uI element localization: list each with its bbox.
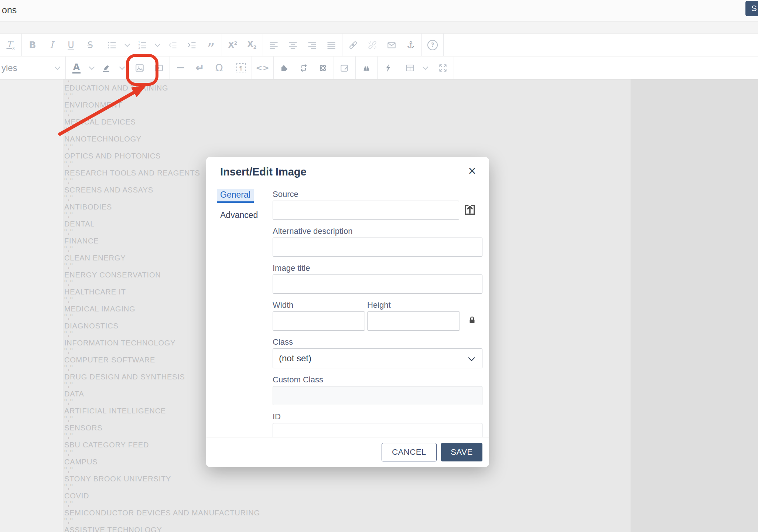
custom-class-input[interactable] (273, 386, 482, 405)
toolbar-group: Tx (0, 34, 22, 56)
toolbar-group: ↵Ω (170, 57, 230, 79)
superscript-icon[interactable]: X2 (223, 35, 242, 55)
toolbar-group (378, 57, 399, 79)
tab-advanced[interactable]: Advanced (217, 209, 261, 221)
annotation-arrow-icon (52, 76, 170, 140)
strikethrough-icon[interactable]: S (81, 35, 100, 55)
insert-edit-image-dialog: Insert/Edit Image × General Advanced Sou… (206, 157, 489, 467)
styles-dropdown-label: yles (1, 63, 17, 73)
toolbar-group: ¶ (230, 57, 252, 79)
email-icon[interactable] (382, 35, 401, 55)
horizontal-rule-icon[interactable] (171, 58, 190, 78)
height-input[interactable] (367, 311, 460, 331)
save-button[interactable]: SAVE (441, 443, 482, 461)
chevron-down-icon[interactable] (152, 35, 163, 55)
align-justify-icon[interactable] (322, 35, 341, 55)
code-icon[interactable]: <> (253, 58, 272, 78)
id-label: ID (273, 412, 482, 423)
numbered-list-icon[interactable]: 123 (133, 35, 152, 55)
image-title-input[interactable] (273, 274, 482, 294)
bold-icon[interactable]: B (23, 35, 42, 55)
help-icon[interactable]: ? (423, 35, 442, 55)
tab-general[interactable]: General (217, 189, 254, 203)
class-label: Class (273, 337, 482, 348)
chevron-down-icon[interactable] (86, 58, 97, 78)
toolbar-group (432, 57, 454, 79)
underline-icon[interactable]: U (61, 35, 81, 55)
svg-text:3: 3 (138, 46, 140, 50)
width-input[interactable] (273, 311, 365, 331)
toolbar-group (356, 57, 378, 79)
blockquote-icon[interactable]: ” (201, 35, 221, 55)
line-break-icon[interactable]: ↵ (190, 58, 209, 78)
chevron-down-icon[interactable] (420, 58, 431, 78)
top-header-bar: ons S (0, 0, 758, 21)
app-window: ons S TxBIUS123”X2X2⚓?ylesA↵Ω¶<> ","EDUC… (0, 0, 758, 532)
toolbar-group: 123” (101, 34, 222, 56)
toolbar-group (263, 34, 342, 56)
custom-class-label: Custom Class (273, 375, 482, 386)
text-color-icon[interactable]: A (67, 58, 86, 78)
toolbar-group (274, 57, 334, 79)
category-separator: "," (64, 483, 260, 492)
loop-icon[interactable] (294, 58, 313, 78)
source-row: Source (273, 190, 482, 220)
page-title-fragment: ons (2, 5, 17, 16)
chevron-down-icon[interactable] (122, 35, 133, 55)
fullscreen-icon[interactable] (433, 58, 453, 78)
anchor-icon[interactable]: ⚓ (401, 35, 420, 55)
category-separator: "," (64, 143, 260, 152)
special-character-icon[interactable]: Ω (209, 58, 229, 78)
table-icon[interactable] (400, 58, 420, 78)
class-select-value: (not set) (279, 353, 311, 364)
save-button-top[interactable]: S (745, 1, 758, 16)
close-icon[interactable]: × (464, 163, 480, 179)
subscript-icon[interactable]: X2 (242, 35, 262, 55)
image-title-row: Image title (273, 263, 482, 294)
visual-chars-icon[interactable]: ¶ (231, 58, 250, 78)
unlink-icon[interactable] (363, 35, 382, 55)
image-title-label: Image title (273, 263, 482, 274)
lock-icon[interactable] (467, 315, 477, 326)
editor-left-margin (0, 79, 63, 532)
lightning-icon[interactable] (379, 58, 398, 78)
alt-description-label: Alternative description (273, 226, 482, 238)
cancel-button[interactable]: CANCEL (382, 443, 437, 461)
highlight-icon[interactable] (97, 58, 116, 78)
toolbar-group (334, 57, 356, 79)
atom-icon[interactable] (313, 58, 332, 78)
outdent-icon[interactable] (163, 35, 182, 55)
dimensions-row: Width Height (273, 300, 482, 331)
toolbar-group: <> (252, 57, 274, 79)
align-left-icon[interactable] (264, 35, 283, 55)
align-right-icon[interactable] (303, 35, 322, 55)
clear-formatting-icon[interactable]: Tx (1, 35, 20, 55)
upload-icon (463, 203, 477, 216)
edit-block-icon[interactable] (335, 58, 354, 78)
toolbar-group: ? (422, 34, 444, 56)
toolbar-group (399, 57, 432, 79)
align-center-icon[interactable] (283, 35, 303, 55)
custom-class-row: Custom Class (273, 375, 482, 405)
category-item: ASSISTIVE TECHNOLOGY (64, 526, 260, 532)
category-separator: "," (64, 466, 260, 475)
category-item: COVID (64, 492, 260, 500)
alt-description-input[interactable] (273, 238, 482, 257)
class-select[interactable]: (not set) (273, 348, 482, 368)
link-icon[interactable] (344, 35, 363, 55)
indent-icon[interactable] (182, 35, 201, 55)
category-separator: "," (64, 500, 260, 509)
puzzle-icon[interactable] (275, 58, 294, 78)
chevron-down-icon (468, 354, 475, 361)
source-input[interactable] (273, 201, 459, 220)
toolbar-group: BIUS (22, 34, 101, 56)
find-replace-icon[interactable] (357, 58, 376, 78)
toolbar-group: X2X2 (222, 34, 263, 56)
class-row: Class (not set) (273, 337, 482, 368)
italic-icon[interactable]: I (42, 35, 61, 55)
bullet-list-icon[interactable] (102, 35, 122, 55)
browse-upload-button[interactable] (462, 202, 478, 218)
source-label: Source (273, 190, 482, 201)
category-item: SEMICONDUCTOR DEVICES AND MANUFACTURING (64, 509, 260, 517)
category-item: STONY BROOK UNIVERSITY (64, 475, 260, 483)
